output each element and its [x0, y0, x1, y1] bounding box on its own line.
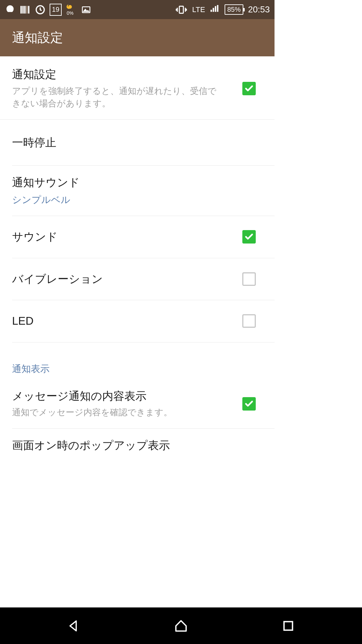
svg-rect-1 [22, 6, 24, 13]
setting-message-preview[interactable]: メッセージ通知の内容表示 通知でメッセージ内容を確認できます。 [12, 379, 275, 429]
page-title: 通知設定 [12, 29, 63, 46]
setting-notification[interactable]: 通知設定 アプリを強制終了すると、通知が遅れたり、受信できない場合があります。 [0, 56, 275, 120]
calendar-day: 19 [52, 6, 59, 13]
battery-icon: 85% [225, 4, 243, 15]
signal-icon [210, 5, 220, 15]
setting-vibration-checkbox[interactable] [242, 272, 256, 286]
setting-sound-toggle-checkbox[interactable] [242, 230, 256, 244]
setting-led-title: LED [12, 314, 219, 329]
weather-icon: 0% [66, 4, 74, 16]
svg-rect-0 [20, 6, 22, 13]
setting-notification-subtitle: アプリを強制終了すると、通知が遅れたり、受信できない場合があります。 [12, 85, 219, 110]
setting-pause[interactable]: 一時停止 [12, 120, 275, 166]
setting-led-checkbox[interactable] [242, 314, 256, 328]
svg-rect-2 [24, 6, 25, 13]
setting-vibration-title: バイブレーション [12, 272, 219, 287]
clock-label: 20:53 [248, 4, 270, 15]
setting-sound-toggle-title: サウンド [12, 229, 219, 245]
setting-popup-title: 画面オン時のポップアップ表示 [12, 438, 239, 451]
setting-pause-title: 一時停止 [12, 135, 239, 150]
status-bar: 19 0% LTE 85% 20:53 [0, 0, 275, 19]
setting-sound-title: 通知サウンド [12, 175, 239, 190]
svg-rect-3 [26, 6, 27, 13]
calendar-icon: 19 [50, 4, 62, 16]
bars-icon [19, 4, 31, 15]
setting-sound-value: シンプルベル [12, 194, 239, 206]
setting-popup[interactable]: 画面オン時のポップアップ表示 OFF [12, 429, 275, 451]
svg-rect-4 [28, 6, 29, 13]
setting-sound[interactable]: 通知サウンド シンプルベル [12, 166, 275, 216]
settings-list: 通知設定 アプリを強制終了すると、通知が遅れたり、受信できない場合があります。 … [0, 56, 275, 451]
vibrate-icon [175, 4, 187, 16]
battery-percent: 85% [227, 6, 241, 13]
timer-icon [35, 4, 46, 15]
setting-sound-toggle[interactable]: サウンド [12, 216, 275, 258]
weather-percent: 0% [67, 10, 73, 16]
section-header-display: 通知表示 [0, 342, 275, 379]
setting-notification-checkbox[interactable] [242, 82, 256, 95]
setting-message-preview-title: メッセージ通知の内容表示 [12, 389, 219, 404]
image-icon [81, 5, 91, 15]
app-bar: 通知設定 [0, 19, 275, 56]
svg-rect-7 [179, 6, 183, 13]
setting-message-preview-subtitle: 通知でメッセージ内容を確認できます。 [12, 406, 219, 419]
setting-notification-title: 通知設定 [12, 67, 219, 82]
setting-message-preview-checkbox[interactable] [242, 397, 256, 411]
setting-led[interactable]: LED [12, 300, 275, 342]
setting-vibration[interactable]: バイブレーション [12, 258, 275, 301]
network-label: LTE [192, 5, 205, 14]
alarm-icon [5, 4, 15, 15]
